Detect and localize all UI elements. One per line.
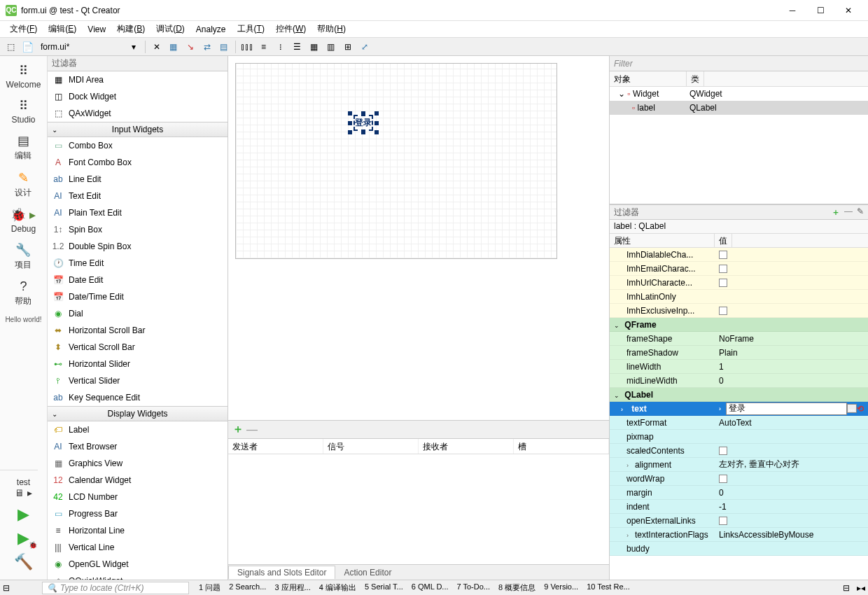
widget-horizontal-slider[interactable]: ⊷Horizontal Slider [48,356,227,372]
mode-项目[interactable]: 🔧项目 [6,238,41,275]
tree-header-object[interactable]: 对象 [610,71,687,86]
widget-horizontal-line[interactable]: ≡Horizontal Line [48,522,227,539]
output-pane-10[interactable]: 10 Test Re... [584,582,633,593]
output-pane-2[interactable]: 2 Search... [226,582,269,593]
maximize-button[interactable]: ☐ [806,0,834,21]
signal-col[interactable]: 槽 [514,439,609,454]
remove-property-icon[interactable]: — [844,206,853,218]
menu-0[interactable]: 文件(F) [4,22,43,36]
prop-ImhEmailCharac[interactable]: ImhEmailCharac... [610,262,868,276]
prop-textInteractionFlags[interactable]: ›textInteractionFlagsLinksAccessibleByMo… [610,528,868,542]
mode-帮助[interactable]: ?帮助 [6,275,41,312]
menu-7[interactable]: 控件(W) [270,22,312,36]
widget-plain-text-edit[interactable]: AIPlain Text Edit [48,204,227,221]
widget-combo-box[interactable]: ▭Combo Box [48,137,227,154]
widget-horizontal-scroll-bar[interactable]: ⬌Horizontal Scroll Bar [48,322,227,339]
checkbox[interactable] [719,251,727,259]
statusbar-toggle-icon[interactable]: ⊟ [843,583,850,593]
mode-设计[interactable]: ✎设计 [6,166,41,203]
output-pane-5[interactable]: 5 Serial T... [362,582,406,593]
menu-4[interactable]: 调试(D) [150,22,190,36]
locator-input[interactable]: 🔍 Type to locate (Ctrl+K) [42,582,189,594]
prop-scaledContents[interactable]: scaledContents [610,444,868,458]
widget-text-browser[interactable]: AIText Browser [48,438,227,455]
adjust-size-icon[interactable]: ⤢ [357,39,372,55]
prop-openExternalLinks[interactable]: openExternalLinks [610,514,868,528]
prop-margin[interactable]: margin0 [610,486,868,500]
tree-header-class[interactable]: 类 [687,71,704,86]
section-input-widgets[interactable]: ⌄Input Widgets [48,122,227,137]
widget-time-edit[interactable]: 🕐Time Edit [48,255,227,272]
mode-studio[interactable]: ⠿Studio [6,94,41,129]
remove-signal-button[interactable]: — [246,424,258,436]
widget-calendar-widget[interactable]: 12Calendar Widget [48,472,227,489]
signal-col[interactable]: 接收者 [419,439,514,454]
prop-indent[interactable]: indent-1 [610,500,868,514]
prop-textFormat[interactable]: textFormatAutoText [610,416,868,430]
mode-debug[interactable]: 🐞 ▸Debug [6,203,41,238]
close-x-icon[interactable]: ✕ [149,39,164,55]
prop-lineWidth[interactable]: lineWidth1 [610,360,868,374]
form-canvas[interactable]: 登录 [235,63,557,259]
widget-vertical-scroll-bar[interactable]: ⬍Vertical Scroll Bar [48,339,227,356]
layout-v-icon[interactable]: ≡ [256,39,272,55]
widget-graphics-view[interactable]: ▦Graphics View [48,455,227,472]
widget-opengl-widget[interactable]: ◉OpenGL Widget [48,556,227,573]
widget-date-time-edit[interactable]: 📅Date/Time Edit [48,288,227,305]
widget-double-spin-box[interactable]: 1.2Double Spin Box [48,238,227,255]
prop-wordWrap[interactable]: wordWrap [610,472,868,486]
widget-date-edit[interactable]: 📅Date Edit [48,272,227,288]
widget-line-edit[interactable]: abLine Edit [48,171,227,188]
menu-6[interactable]: 工具(T) [232,22,270,36]
prop-midLineWidth[interactable]: midLineWidth0 [610,374,868,388]
widget-progress-bar[interactable]: ▭Progress Bar [48,505,227,522]
layout-h-icon[interactable]: ⫿⫿⫿ [239,39,255,55]
widget-filter[interactable]: 过滤器 [48,56,227,71]
dropdown-icon[interactable]: ▾ [126,39,141,55]
checkbox[interactable] [719,265,727,273]
signal-col[interactable]: 发送者 [228,439,323,454]
prop-ImhDialableCha[interactable]: ImhDialableCha... [610,248,868,262]
prop-alignment[interactable]: ›alignment左对齐, 垂直中心对齐 [610,458,868,472]
property-editor[interactable]: 属性 值 ImhDialableCha...ImhEmailCharac...I… [610,234,868,580]
edit-buddies-icon[interactable]: ⇄ [200,39,215,55]
build-button[interactable]: 🔨 [0,550,47,574]
menu-1[interactable]: 编辑(E) [43,22,82,36]
selected-label-widget[interactable]: 登录 [351,114,376,132]
layout-vs-icon[interactable]: ☰ [290,39,305,55]
widget-qquickwidget[interactable]: ◈QQuickWidget [48,573,227,580]
widget-label[interactable]: 🏷Label [48,421,227,438]
prop-header-name[interactable]: 属性 [610,234,715,247]
canvas-area[interactable]: 登录 [228,56,609,420]
prop-ImhUrlCharacte[interactable]: ImhUrlCharacte... [610,276,868,290]
output-pane-4[interactable]: 4 编译输出 [316,582,359,593]
prop-group-QFrame[interactable]: ⌄ QFrame [610,318,868,332]
widget-font-combo-box[interactable]: AFont Combo Box [48,154,227,171]
add-property-icon[interactable]: ＋ [832,206,840,218]
prop-group-QLabel[interactable]: ⌄ QLabel [610,388,868,402]
output-pane-1[interactable]: 1 问题 [196,582,223,593]
widget-vertical-slider[interactable]: ⫯Vertical Slider [48,372,227,389]
object-inspector[interactable]: 对象 类 ⌄ ▫ WidgetQWidget▫ labelQLabel [610,71,868,204]
widget-vertical-line[interactable]: |||Vertical Line [48,539,227,556]
back-button[interactable]: ⬚ [3,39,18,55]
break-layout-icon[interactable]: ⊞ [340,39,356,55]
text-property-input[interactable] [726,402,847,415]
mode-welcome[interactable]: ⠿Welcome [6,59,41,94]
menu-8[interactable]: 帮助(H) [312,22,351,36]
tree-row-Widget[interactable]: ⌄ ▫ WidgetQWidget [610,87,868,101]
layout-grid-icon[interactable]: ▦ [307,39,322,55]
editor-tab-0[interactable]: Signals and Slots Editor [228,566,335,579]
widget-key-sequence-edit[interactable]: abKey Sequence Edit [48,389,227,406]
checkbox[interactable] [719,279,727,287]
mode-编辑[interactable]: ▤编辑 [6,129,41,166]
settings-icon[interactable]: ✎ [857,206,864,218]
prop-text[interactable]: › text› ... ⟲ [610,402,868,416]
target-selector[interactable]: test 🖥 ▸ [0,473,47,503]
widget-spin-box[interactable]: 1↕Spin Box [48,221,227,238]
output-pane-6[interactable]: 6 QML D... [409,582,451,593]
widget-qaxwidget[interactable]: ⬚QAxWidget [48,105,227,122]
prop-frameShape[interactable]: frameShapeNoFrame [610,332,868,346]
edit-taborder-icon[interactable]: ▤ [216,39,232,55]
object-filter[interactable]: Filter [610,56,868,71]
